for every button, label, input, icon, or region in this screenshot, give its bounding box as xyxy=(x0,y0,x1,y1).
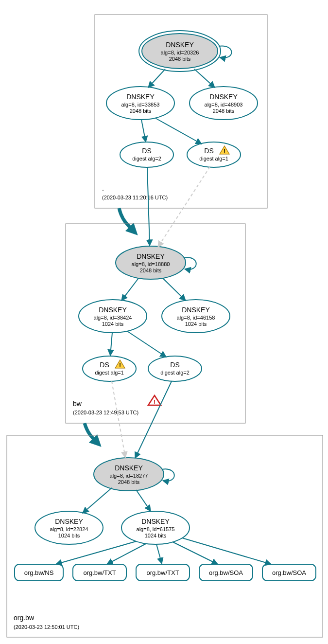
node-org-zsk2: DNSKEY alg=8, id=61575 1024 bits xyxy=(121,511,190,544)
node-org-zsk1: DNSKEY alg=8, id=22824 1024 bits xyxy=(35,511,103,544)
svg-text:!: ! xyxy=(119,362,121,369)
svg-text:1024 bits: 1024 bits xyxy=(102,321,124,327)
svg-text:alg=8, id=61575: alg=8, id=61575 xyxy=(137,526,175,532)
zone-orgbw-label: org.bw xyxy=(14,614,35,622)
zone-root: . (2020-03-23 11:20:16 UTC) DNSKEY alg=8… xyxy=(95,15,267,208)
rr-txt-2: org.bw/TXT xyxy=(136,564,190,581)
svg-text:DS: DS xyxy=(204,147,213,155)
svg-text:org.bw/TXT: org.bw/TXT xyxy=(146,569,179,576)
svg-point-17 xyxy=(187,142,241,167)
node-bw-ds2: DS digest alg=2 xyxy=(148,356,202,381)
svg-text:DNSKEY: DNSKEY xyxy=(99,306,127,314)
zone-bw-label: bw xyxy=(73,400,82,408)
svg-text:alg=8, id=18880: alg=8, id=18880 xyxy=(132,261,170,267)
svg-text:2048 bits: 2048 bits xyxy=(213,108,235,114)
svg-text:DNSKEY: DNSKEY xyxy=(209,93,238,101)
svg-text:alg=8, id=18277: alg=8, id=18277 xyxy=(110,473,148,479)
node-root-ksk: DNSKEY alg=8, id=20326 2048 bits xyxy=(139,31,221,72)
svg-point-38 xyxy=(148,356,202,381)
svg-text:alg=8, id=33853: alg=8, id=33853 xyxy=(121,102,160,107)
svg-text:DNSKEY: DNSKEY xyxy=(182,306,210,314)
svg-text:DNSKEY: DNSKEY xyxy=(137,252,165,260)
node-bw-ksk: DNSKEY alg=8, id=18880 2048 bits xyxy=(116,246,186,279)
zone-bw: bw (2020-03-23 12:49:53 UTC) DNSKEY alg=… xyxy=(66,167,245,423)
rr-soa-1: org.bw/SOA xyxy=(199,564,253,581)
svg-text:1024 bits: 1024 bits xyxy=(185,321,207,327)
svg-text:digest alg=2: digest alg=2 xyxy=(160,370,190,376)
svg-text:DS: DS xyxy=(142,147,151,155)
svg-text:org.bw/TXT: org.bw/TXT xyxy=(83,569,116,576)
svg-text:digest alg=1: digest alg=1 xyxy=(199,156,228,161)
zone-root-timestamp: (2020-03-23 11:20:16 UTC) xyxy=(102,195,168,200)
svg-text:2048 bits: 2048 bits xyxy=(130,108,152,114)
node-root-zsk1: DNSKEY alg=8, id=33853 2048 bits xyxy=(106,87,174,120)
svg-text:DS: DS xyxy=(100,361,109,369)
svg-text:org.bw/NS: org.bw/NS xyxy=(24,569,54,576)
svg-text:alg=8, id=20326: alg=8, id=20326 xyxy=(161,50,199,55)
node-bw-ds1: DS digest alg=1 ! xyxy=(83,356,136,381)
svg-text:digest alg=2: digest alg=2 xyxy=(132,156,161,161)
error-icon: ! xyxy=(148,395,161,406)
node-org-ksk: DNSKEY alg=8, id=18277 2048 bits xyxy=(94,458,164,491)
zone-bw-timestamp: (2020-03-23 12:49:53 UTC) xyxy=(73,410,138,415)
delegation-root-to-bw xyxy=(119,208,134,231)
svg-text:digest alg=1: digest alg=1 xyxy=(95,370,124,376)
node-root-zsk2: DNSKEY alg=8, id=48903 2048 bits xyxy=(190,87,258,120)
svg-text:DNSKEY: DNSKEY xyxy=(115,464,143,472)
node-root-ds1: DS digest alg=2 xyxy=(120,142,173,167)
node-root-ds2: DS digest alg=1 ! xyxy=(187,142,241,167)
svg-text:DNSKEY: DNSKEY xyxy=(141,518,170,525)
svg-text:DNSKEY: DNSKEY xyxy=(166,41,194,49)
svg-text:org.bw/SOA: org.bw/SOA xyxy=(272,569,306,576)
svg-text:alg=8, id=48903: alg=8, id=48903 xyxy=(205,102,243,107)
svg-text:alg=8, id=38424: alg=8, id=38424 xyxy=(94,315,132,321)
dnssec-diagram: . (2020-03-23 11:20:16 UTC) DNSKEY alg=8… xyxy=(0,0,328,644)
svg-text:1024 bits: 1024 bits xyxy=(58,533,80,538)
svg-text:2048 bits: 2048 bits xyxy=(140,268,162,273)
delegation-bw-to-orgbw xyxy=(85,423,97,443)
svg-text:alg=8, id=22824: alg=8, id=22824 xyxy=(50,526,88,532)
rr-txt-1: org.bw/TXT xyxy=(73,564,126,581)
node-bw-zsk1: DNSKEY alg=8, id=38424 1024 bits xyxy=(79,300,147,333)
svg-point-34 xyxy=(83,356,136,381)
zone-orgbw: org.bw (2020-03-23 12:50:01 UTC) DNSKEY … xyxy=(7,381,323,637)
rr-ns: org.bw/NS xyxy=(15,564,63,581)
svg-text:2048 bits: 2048 bits xyxy=(169,56,191,62)
svg-text:!: ! xyxy=(224,148,225,155)
zone-orgbw-timestamp: (2020-03-23 12:50:01 UTC) xyxy=(14,624,79,630)
node-bw-zsk2: DNSKEY alg=8, id=46158 1024 bits xyxy=(162,300,230,333)
svg-point-14 xyxy=(120,142,173,167)
svg-text:1024 bits: 1024 bits xyxy=(145,533,167,538)
svg-text:2048 bits: 2048 bits xyxy=(118,479,140,485)
svg-text:DNSKEY: DNSKEY xyxy=(126,93,155,101)
zone-root-label: . xyxy=(102,184,104,192)
svg-text:DNSKEY: DNSKEY xyxy=(55,518,83,525)
svg-text:alg=8, id=46158: alg=8, id=46158 xyxy=(177,315,215,321)
svg-text:DS: DS xyxy=(170,361,179,369)
rr-soa-2: org.bw/SOA xyxy=(262,564,316,581)
svg-text:org.bw/SOA: org.bw/SOA xyxy=(209,569,243,576)
svg-text:!: ! xyxy=(154,398,155,406)
